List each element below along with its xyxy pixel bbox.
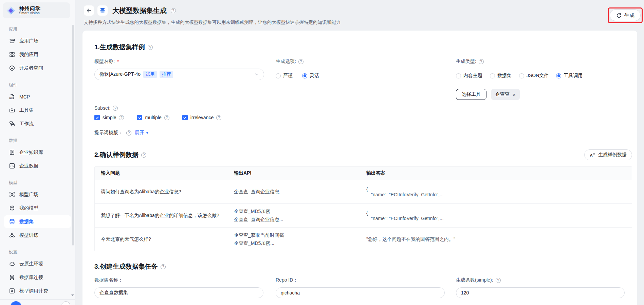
avatar[interactable] — [10, 301, 22, 305]
help-icon[interactable]: ? — [113, 106, 118, 111]
model-select[interactable]: 微软|Azure-GPT-4o 试用 推荐 — [94, 69, 264, 80]
main-area: 大模型数据集生成 ? 支持多种方式快速生成您的大模型数据集，生成的大模型数据集可… — [75, 0, 644, 305]
checkbox-multiple[interactable]: multiple ? — [137, 115, 169, 120]
billing-icon — [9, 288, 15, 294]
generate-sample-data-button[interactable]: A 生成样例数据 — [584, 149, 632, 160]
select-tool-button[interactable]: 选择工具 — [456, 89, 486, 100]
section-generate-sample: 1.生成数据集样例 ? 模型名称: * 微软|Azure-GPT-4o 试用 推… — [94, 43, 632, 136]
subset-label: Subset: — [94, 105, 110, 111]
sidebar-item-app-plaza[interactable]: 应用广场 — [4, 35, 71, 47]
sidebar-item-workflow[interactable]: 工作流 — [4, 118, 71, 130]
cube-icon — [9, 205, 15, 211]
col-header-answer: 输出答案 — [360, 170, 632, 176]
checkbox-simple-label: simple — [103, 115, 116, 120]
sample-data-table: 输入问题 输出API 输出答案 请问如何查询名为Alibaba的企业信息? 企查… — [94, 166, 632, 251]
sidebar-scrollbar[interactable] — [72, 25, 74, 246]
cell-question: 我想了解一下名为Alibaba的企业的详细信息，该怎么做? — [95, 209, 228, 222]
close-icon[interactable]: × — [513, 92, 516, 97]
help-icon[interactable]: ? — [164, 115, 169, 120]
generate-sample-data-label: 生成样例数据 — [598, 152, 627, 158]
radio-off-icon — [519, 73, 524, 78]
storefront-icon — [9, 38, 15, 44]
radio-dataset-label: 数据集 — [497, 73, 512, 79]
required-asterisk: * — [117, 59, 119, 64]
checkbox-irrelevance-label: irrelevance — [190, 115, 214, 120]
help-icon[interactable]: ? — [496, 278, 501, 283]
subset-field: Subset: ? simple ? — [94, 105, 632, 120]
radio-content-topic[interactable]: 内容主题 — [456, 73, 482, 79]
sidebar-item-label: 数据集 — [19, 219, 34, 225]
model-select-value: 微软|Azure-GPT-4o — [99, 71, 141, 77]
checkbox-simple[interactable]: simple ? — [94, 115, 124, 120]
sidebar-item-cloud-env[interactable]: 云原生环境 — [4, 257, 71, 270]
sidebar-item-enterprise-data[interactable]: 企业数据 — [4, 160, 71, 172]
footer-help-button[interactable] — [61, 301, 70, 305]
bar-chart-icon — [9, 163, 15, 169]
sidebar-item-datasets[interactable]: 数据集 — [4, 215, 71, 228]
nav-group-label: 模型 — [9, 180, 71, 186]
help-icon[interactable]: ? — [148, 45, 153, 50]
back-button[interactable] — [84, 5, 94, 16]
table-header-row: 输入问题 输出API 输出答案 — [95, 167, 632, 180]
sidebar-item-billing[interactable]: 模型调用计费 — [4, 285, 71, 297]
section3-title: 3.创建生成数据集任务 — [94, 262, 158, 271]
cell-answer: "您好，这个问题不在我的回答范围之内。" — [360, 233, 632, 246]
help-icon[interactable]: ? — [479, 59, 484, 64]
table-row[interactable]: 今天北京的天气怎么样? 企查查_获取当前时间戳 企查查_MD5加密... "您好… — [95, 227, 632, 251]
checkbox-checked-icon — [137, 115, 142, 120]
help-icon[interactable]: ? — [119, 115, 124, 120]
expand-link[interactable]: 展开 — [135, 130, 149, 136]
table-row[interactable]: 请问如何查询名为Alibaba的企业信息? 企查查_查询企业信息 { "name… — [95, 180, 632, 203]
nav-group-label: 组件 — [9, 82, 71, 88]
sidebar-item-db-connection[interactable]: 数据库连接 — [4, 271, 71, 284]
radio-dataset[interactable]: 数据集 — [490, 73, 512, 79]
gen-type-label: 生成类型: — [456, 58, 476, 65]
svg-text:MCP: MCP — [9, 97, 14, 100]
radio-json-file[interactable]: JSON文件 — [519, 73, 549, 79]
radio-strict[interactable]: 严谨 — [276, 73, 293, 79]
scroll-down-arrow-icon[interactable] — [71, 294, 74, 296]
generate-button[interactable]: 生成 — [610, 10, 641, 21]
radio-tool-call-label: 工具调用 — [564, 73, 583, 79]
help-icon[interactable]: ? — [216, 115, 221, 120]
content-card: 1.生成数据集样例 ? 模型名称: * 微软|Azure-GPT-4o 试用 推… — [82, 31, 637, 305]
model-plaza-icon — [9, 191, 15, 198]
sidebar-item-model-training[interactable]: 模型训练 — [4, 229, 71, 241]
sidebar-item-label: 模型训练 — [19, 232, 38, 238]
repo-id-input[interactable] — [276, 287, 445, 298]
help-icon[interactable]: ? — [161, 264, 166, 269]
database-blue-icon — [99, 7, 106, 14]
radio-tool-call[interactable]: 工具调用 — [556, 73, 583, 79]
sidebar-item-toolset[interactable]: 工具集 — [4, 104, 71, 116]
cell-question: 请问如何查询名为Alibaba的企业信息? — [95, 185, 228, 198]
cloud-icon — [9, 261, 15, 267]
count-simple-label: 生成条数(simple): — [456, 277, 493, 283]
count-simple-input[interactable] — [456, 287, 625, 298]
sidebar-item-label: 工具集 — [19, 107, 34, 113]
radio-flexible[interactable]: 灵活 — [302, 73, 319, 79]
logo-diamond-icon — [6, 6, 16, 15]
generate-icon — [616, 13, 622, 18]
dataset-name-input[interactable] — [94, 287, 263, 298]
radio-json-file-label: JSON文件 — [527, 73, 549, 79]
sidebar-item-mcp[interactable]: MCP MCP — [4, 90, 71, 103]
sidebar-item-model-plaza[interactable]: 模型广场 — [4, 188, 71, 201]
help-icon[interactable]: ? — [126, 130, 131, 136]
knowledge-base-icon — [9, 149, 15, 156]
help-icon[interactable]: ? — [171, 8, 176, 13]
nav-group-label: 数据 — [9, 138, 71, 144]
sidebar-item-my-models[interactable]: 我的模型 — [4, 202, 71, 214]
sidebar-item-knowledge-base[interactable]: 企业知识库 — [4, 146, 71, 159]
radio-off-icon — [490, 73, 495, 78]
sidebar-item-my-apps[interactable]: 我的应用 — [4, 48, 71, 61]
table-row[interactable]: 我想了解一下名为Alibaba的企业的详细信息，该怎么做? 企查查_MD5加密 … — [95, 203, 632, 227]
sidebar-item-dev-space[interactable]: 开发者空间 — [4, 62, 71, 74]
help-icon[interactable]: ? — [141, 152, 146, 158]
section2-title: 2.确认样例数据 — [94, 150, 139, 159]
help-icon[interactable]: ? — [298, 59, 303, 64]
section-create-task: 3.创建生成数据集任务 ? 数据集名称： Repo ID： — [94, 262, 632, 305]
logo-title: 神州问学 — [19, 5, 41, 11]
page-title: 大模型数据集生成 — [112, 6, 167, 15]
checkbox-irrelevance[interactable]: irrelevance ? — [182, 115, 221, 120]
count-simple-field: 生成条数(simple): ? — [456, 277, 632, 298]
